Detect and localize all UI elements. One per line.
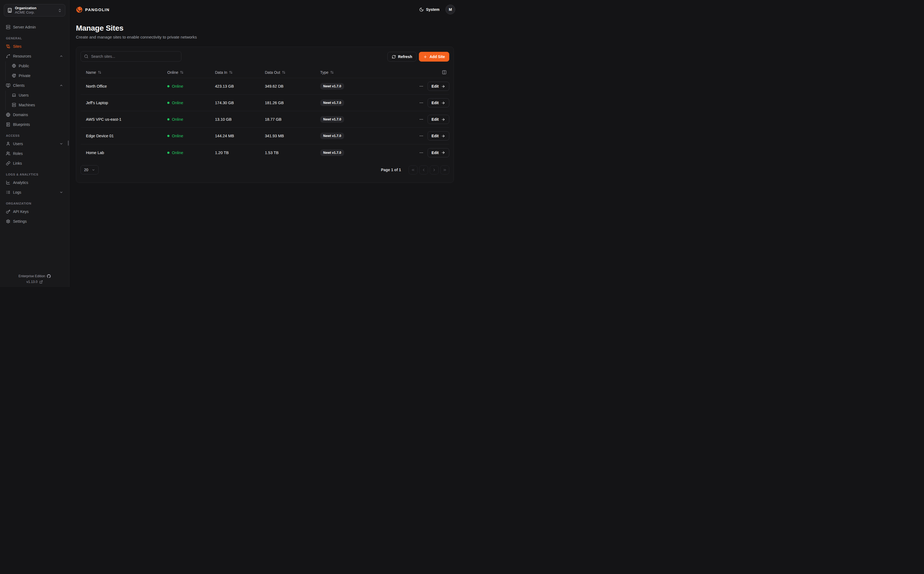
sidebar-item-sites[interactable]: Sites <box>4 42 65 51</box>
page-size-select[interactable]: 20 <box>80 165 99 174</box>
prev-page-button[interactable] <box>419 166 428 174</box>
arrow-right-icon <box>441 84 445 88</box>
edit-button[interactable]: Edit <box>427 82 449 91</box>
add-site-button[interactable]: Add Site <box>419 52 449 62</box>
sites-icon <box>6 44 10 49</box>
avatar-initial: M <box>449 7 452 12</box>
sort-data-in-header[interactable]: Data In <box>215 70 233 75</box>
section-label-organization: ORGANIZATION <box>4 202 65 205</box>
sidebar-item-links[interactable]: Links <box>4 159 65 168</box>
sidebar-item-roles[interactable]: Roles <box>4 149 65 158</box>
sites-toolbar: Refresh Add Site <box>80 51 449 62</box>
data-in-value: 144.24 MB <box>215 134 265 138</box>
sort-type-header[interactable]: Type <box>320 70 334 75</box>
sidebar-item-label: Server Admin <box>13 25 36 29</box>
page-info: Page 1 of 1 <box>381 168 401 172</box>
pagination-bar: 20 Page 1 of 1 <box>80 165 449 183</box>
sort-icon <box>98 71 101 74</box>
row-menu-button[interactable] <box>419 150 424 156</box>
sidebar-item-client-users[interactable]: Users <box>10 91 65 99</box>
site-name: Jeff's Laptop <box>86 101 167 105</box>
table-row: North Office Online 423.13 GB 349.62 DB … <box>80 78 449 95</box>
sidebar-item-label: Clients <box>13 83 25 88</box>
page-size-value: 20 <box>84 168 88 172</box>
section-label-access: ACCESS <box>4 134 65 137</box>
moon-icon <box>419 7 424 12</box>
github-icon[interactable] <box>47 274 51 278</box>
refresh-icon <box>392 55 396 59</box>
sidebar-item-settings[interactable]: Settings <box>4 217 65 226</box>
status-badge: Online <box>167 84 215 88</box>
table-row: AWS VPC us-east-1 Online 13.10 GB 18.77 … <box>80 111 449 128</box>
org-selector[interactable]: Organization ACME Corp. <box>4 4 65 17</box>
receipt-icon <box>6 122 10 127</box>
row-menu-button[interactable] <box>419 116 424 123</box>
sidebar-item-label: Roles <box>13 151 23 156</box>
sidebar-item-private[interactable]: Private <box>10 71 65 80</box>
table-row: Jeff's Laptop Online 174.30 GB 181.26 GB… <box>80 95 449 111</box>
gear-icon <box>6 219 10 224</box>
add-site-label: Add Site <box>429 55 445 59</box>
sidebar-item-public[interactable]: Public <box>10 61 65 70</box>
version-label[interactable]: v1.13.0 <box>26 280 38 284</box>
sidebar-item-label: Sites <box>13 44 21 49</box>
edit-button[interactable]: Edit <box>427 148 449 157</box>
data-out-value: 1.53 TB <box>265 151 320 155</box>
sidebar-item-analytics[interactable]: Analytics <box>4 178 65 187</box>
sidebar-item-resources[interactable]: Resources <box>4 52 65 60</box>
refresh-label: Refresh <box>398 55 412 59</box>
external-link-icon[interactable] <box>39 280 43 284</box>
user-icon <box>6 142 10 146</box>
sidebar-item-blueprints[interactable]: Blueprints <box>4 120 65 129</box>
sidebar-item-server-admin[interactable]: Server Admin <box>4 22 65 32</box>
org-selector-value: ACME Corp. <box>15 10 55 15</box>
sidebar-item-users[interactable]: Users <box>4 139 65 148</box>
next-page-button[interactable] <box>430 166 439 174</box>
search-box[interactable] <box>80 51 181 62</box>
edit-button[interactable]: Edit <box>427 115 449 124</box>
sort-icon <box>330 71 334 74</box>
sidebar-item-domains[interactable]: Domains <box>4 110 65 119</box>
search-input[interactable] <box>91 54 178 58</box>
avatar[interactable]: M <box>445 5 455 14</box>
brand-logo[interactable]: PANGOLIN <box>76 6 110 13</box>
data-in-value: 1.20 TB <box>215 151 265 155</box>
users-icon <box>6 151 10 156</box>
type-badge: Newt v1.7.0 <box>320 150 344 156</box>
first-page-button[interactable] <box>409 166 418 174</box>
laptop-icon <box>12 93 16 97</box>
theme-toggle-label: System <box>426 7 440 12</box>
sidebar-item-clients[interactable]: Clients <box>4 81 65 90</box>
sort-data-out-header[interactable]: Data Out <box>265 70 286 75</box>
row-menu-button[interactable] <box>419 83 424 90</box>
sidebar-item-label: Logs <box>13 190 21 194</box>
data-out-value: 18.77 GB <box>265 117 320 121</box>
sidebar-item-label: API Keys <box>13 210 29 214</box>
status-badge: Online <box>167 134 215 138</box>
sites-card: Refresh Add Site Name Online Data In Dat… <box>76 47 454 183</box>
sidebar-item-label: Machines <box>19 103 35 107</box>
sidebar-item-machines[interactable]: Machines <box>10 100 65 109</box>
org-selector-label: Organization <box>15 6 55 10</box>
page-header: Manage Sites Create and manage sites to … <box>69 19 462 39</box>
table-row: Home Lab Online 1.20 TB 1.53 TB Newt v1.… <box>80 144 449 161</box>
sidebar-item-api-keys[interactable]: API Keys <box>4 207 65 216</box>
theme-toggle-button[interactable]: System <box>419 7 440 12</box>
sort-name-header[interactable]: Name <box>86 70 101 75</box>
last-page-button[interactable] <box>440 166 449 174</box>
server-icon <box>6 25 10 29</box>
edit-button[interactable]: Edit <box>427 131 449 140</box>
chevron-down-icon <box>60 191 63 194</box>
sites-table: Name Online Data In Data Out Type North … <box>80 67 449 161</box>
column-toggle-button[interactable] <box>441 69 448 76</box>
refresh-button[interactable]: Refresh <box>387 52 416 62</box>
main-content: PANGOLIN System M Manage Sites Create an… <box>69 0 462 287</box>
type-badge: Newt v1.7.0 <box>320 83 344 90</box>
sidebar-scrollbar-thumb[interactable] <box>68 140 69 146</box>
row-menu-button[interactable] <box>419 132 424 139</box>
chevron-down-icon <box>92 168 95 172</box>
row-menu-button[interactable] <box>419 99 424 106</box>
edit-button[interactable]: Edit <box>427 98 449 107</box>
sort-online-header[interactable]: Online <box>167 70 184 75</box>
sidebar-item-logs[interactable]: Logs <box>4 188 65 197</box>
